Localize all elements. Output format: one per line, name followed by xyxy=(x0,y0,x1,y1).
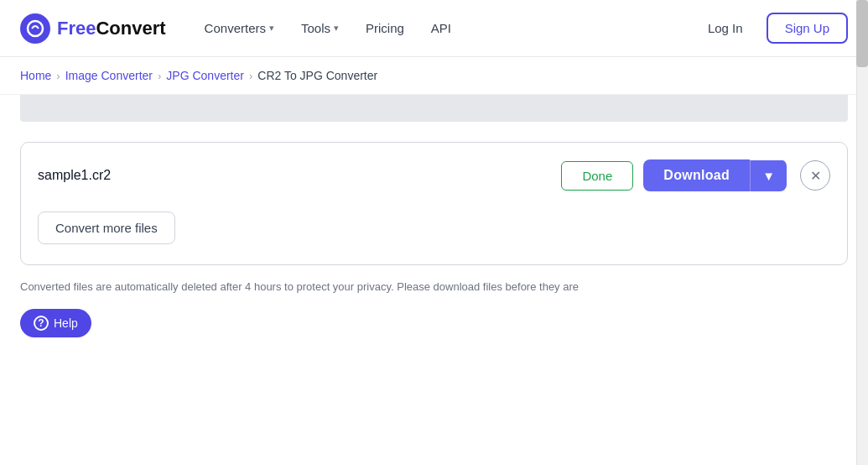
download-chevron-icon: ▼ xyxy=(762,169,775,183)
breadcrumb-home[interactable]: Home xyxy=(20,69,51,82)
nav-right: Log In Sign Up xyxy=(694,13,848,44)
file-name: sample1.cr2 xyxy=(38,168,551,183)
breadcrumb-sep-3: › xyxy=(249,70,252,82)
download-group: Download ▼ xyxy=(643,159,787,191)
breadcrumb-jpg-converter[interactable]: JPG Converter xyxy=(166,69,244,82)
scrollbar-thumb[interactable] xyxy=(856,0,868,67)
logo[interactable]: FreeConvert xyxy=(20,13,166,44)
logo-text: FreeConvert xyxy=(57,18,166,39)
scrollbar-track[interactable] xyxy=(856,0,868,465)
main-content: sample1.cr2 Done Download ▼ ✕ Convert mo… xyxy=(0,122,868,337)
convert-more-button[interactable]: Convert more files xyxy=(38,212,175,244)
breadcrumb-sep-1: › xyxy=(56,70,60,82)
nav-api[interactable]: API xyxy=(419,14,463,42)
login-button[interactable]: Log In xyxy=(694,14,756,42)
header: FreeConvert Converters ▾ Tools ▾ Pricing… xyxy=(0,0,868,57)
conversion-card: sample1.cr2 Done Download ▼ ✕ Convert mo… xyxy=(20,142,848,265)
done-button[interactable]: Done xyxy=(561,161,633,191)
convert-more-row: Convert more files xyxy=(38,205,830,248)
help-icon: ? xyxy=(34,316,49,331)
signup-button[interactable]: Sign Up xyxy=(767,13,848,44)
help-label: Help xyxy=(54,316,78,330)
gray-banner xyxy=(20,95,848,122)
breadcrumb-image-converter[interactable]: Image Converter xyxy=(65,69,153,82)
tools-chevron-icon: ▾ xyxy=(334,23,339,34)
privacy-notice: Converted files are automatically delete… xyxy=(20,279,848,295)
help-button[interactable]: ? Help xyxy=(20,309,91,337)
breadcrumb: Home › Image Converter › JPG Converter ›… xyxy=(0,57,868,95)
breadcrumb-current: CR2 To JPG Converter xyxy=(257,69,377,82)
file-row: sample1.cr2 Done Download ▼ ✕ xyxy=(38,159,830,191)
logo-icon xyxy=(20,13,50,44)
breadcrumb-sep-2: › xyxy=(158,70,161,82)
svg-point-0 xyxy=(28,21,43,36)
converters-chevron-icon: ▾ xyxy=(269,23,274,34)
download-button[interactable]: Download xyxy=(643,159,750,191)
download-dropdown-button[interactable]: ▼ xyxy=(750,160,787,191)
nav-converters[interactable]: Converters ▾ xyxy=(193,14,286,42)
nav-pricing[interactable]: Pricing xyxy=(354,14,416,42)
close-icon: ✕ xyxy=(810,168,821,184)
nav-tools[interactable]: Tools ▾ xyxy=(289,14,351,42)
close-button[interactable]: ✕ xyxy=(800,160,830,191)
main-nav: Converters ▾ Tools ▾ Pricing API xyxy=(193,14,694,42)
